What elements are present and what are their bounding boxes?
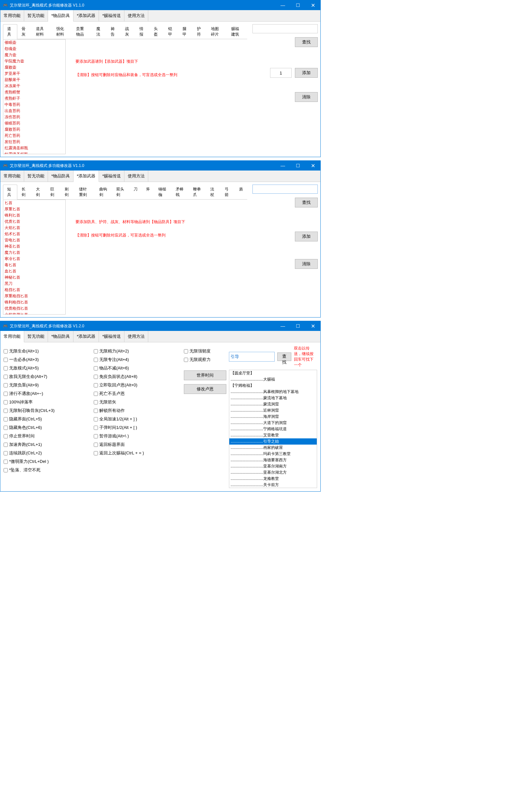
cheat-checkbox[interactable]: 无限专注(Alt+4): [94, 357, 181, 363]
cheat-checkbox[interactable]: 无限强韧度: [184, 348, 226, 354]
checkbox-input[interactable]: [4, 375, 8, 379]
list-item[interactable]: 火焰格挡匕首: [3, 312, 65, 315]
add-button[interactable]: 添加: [295, 68, 318, 78]
checkbox-input[interactable]: [184, 349, 188, 354]
checkbox-input[interactable]: [94, 417, 98, 421]
titlebar[interactable]: 🎮 艾尔登法环_离线模式 多功能修改器 V1.1.0 — ☐ ✕: [0, 161, 320, 171]
location-item[interactable]: ..............................关卡前方: [229, 482, 317, 488]
tab-2[interactable]: *物品防具: [48, 331, 74, 342]
list-item[interactable]: 魔力壶: [3, 52, 65, 58]
cheat-checkbox[interactable]: *坠落、滞空不死: [4, 467, 91, 473]
find-button[interactable]: 查找: [277, 353, 291, 361]
tab-2[interactable]: *物品防具: [48, 10, 74, 22]
tab-2[interactable]: *物品防具: [48, 171, 74, 182]
location-item[interactable]: ..............................宁姆格福坑道: [229, 426, 317, 432]
checkbox-input[interactable]: [94, 434, 98, 438]
location-item[interactable]: 【宁姆格福】: [229, 382, 317, 389]
list-item[interactable]: 优质格挡匕首: [3, 305, 65, 312]
tab-3[interactable]: *添加武器: [74, 10, 99, 21]
minimize-button[interactable]: —: [275, 0, 290, 10]
list-item[interactable]: 煮熟虾子: [3, 95, 65, 101]
tab-1[interactable]: 暂无功能: [24, 10, 48, 21]
location-item[interactable]: 【圆桌厅堂】: [229, 370, 317, 376]
checkbox-input[interactable]: [4, 443, 8, 447]
location-listbox[interactable]: 【圆桌厅堂】..............................大赐福【…: [229, 370, 317, 488]
list-item[interactable]: 学院魔力壶: [3, 58, 65, 64]
list-item[interactable]: 催眠壶: [3, 40, 65, 46]
list-item[interactable]: 腐败壶: [3, 64, 65, 71]
subtab-10[interactable]: 锤槌枷: [154, 185, 171, 199]
checkbox-input[interactable]: [94, 400, 98, 404]
list-item[interactable]: 锋利匕首: [3, 212, 65, 218]
tab-4[interactable]: *赐福传送: [99, 171, 125, 182]
cheat-checkbox[interactable]: 隐藏角色(CtrL+6): [4, 425, 91, 431]
subtab-9[interactable]: 斧: [142, 185, 154, 199]
checkbox-input[interactable]: [4, 358, 8, 362]
find-button[interactable]: 查找: [295, 37, 318, 47]
list-item[interactable]: 红露滴圣杯瓶: [3, 145, 65, 151]
quantity-input[interactable]: [270, 68, 292, 78]
tab-5[interactable]: 使用方法: [125, 171, 148, 182]
subtab-8[interactable]: 情报: [135, 24, 150, 39]
cheat-checkbox[interactable]: 全局加速1/2(Alt + ] ): [94, 416, 181, 422]
location-item[interactable]: ..............................近林洞窟: [229, 407, 317, 414]
clear-button[interactable]: 清除: [295, 92, 318, 102]
subtab-13[interactable]: 地图碎片: [207, 24, 227, 39]
maximize-button[interactable]: ☐: [290, 321, 305, 331]
subtab-7[interactable]: 战灰: [121, 24, 135, 39]
tab-5[interactable]: 使用方法: [125, 331, 148, 342]
checkbox-input[interactable]: [4, 434, 8, 438]
cheat-checkbox[interactable]: 无限观察力: [184, 357, 226, 363]
list-item[interactable]: 发狂苔药: [3, 139, 65, 145]
cheat-checkbox[interactable]: *微弱重力(CtrL+Del ): [4, 459, 91, 464]
checkbox-input[interactable]: [4, 409, 8, 413]
item-listbox[interactable]: 催眠壶怨魂壶魔力壶学院魔力壶腐败壶罗亚果干甜酿果干冰冻果干煮熟螃蟹煮熟虾子中毒苔…: [3, 39, 65, 154]
clear-button[interactable]: 清除: [295, 259, 318, 269]
subtab-11[interactable]: 矛棒戟: [171, 185, 189, 199]
cheat-checkbox[interactable]: 无限精力(Alt+2): [94, 348, 181, 354]
subtab-6[interactable]: 祷告: [107, 24, 121, 39]
maximize-button[interactable]: ☐: [290, 0, 305, 10]
list-item[interactable]: 罗亚果干: [3, 71, 65, 77]
list-item[interactable]: 血匕首: [3, 268, 65, 274]
tab-0[interactable]: 常用功能: [0, 10, 24, 21]
checkbox-input[interactable]: [4, 383, 8, 387]
checkbox-input[interactable]: [94, 451, 98, 455]
search-input[interactable]: [252, 24, 318, 33]
cheat-checkbox[interactable]: 解锁所有动作: [94, 408, 181, 414]
tab-1[interactable]: 暂无功能: [24, 331, 48, 342]
location-item[interactable]: ..............................风暴根脚的地下墓地: [229, 389, 317, 395]
checkbox-input[interactable]: [94, 409, 98, 413]
maximize-button[interactable]: ☐: [290, 161, 305, 171]
tab-0[interactable]: 常用功能: [0, 171, 24, 182]
list-item[interactable]: 魔力匕首: [3, 250, 65, 256]
location-item[interactable]: ..............................玛莉卡第三教堂: [229, 451, 317, 457]
cheat-checkbox[interactable]: 停止世界时间: [4, 433, 91, 439]
subtab-5[interactable]: 魔法: [92, 24, 107, 39]
subtab-11[interactable]: 腿甲: [178, 24, 193, 39]
cheat-checkbox[interactable]: 子弹时间1/2(Alt + [ ): [94, 425, 181, 431]
list-item[interactable]: 毒匕首: [3, 262, 65, 268]
location-item[interactable]: ..............................大道下的洞窟: [229, 420, 317, 426]
subtab-0[interactable]: 道具: [3, 24, 17, 39]
checkbox-input[interactable]: [94, 426, 98, 430]
list-item[interactable]: 寒冷匕首: [3, 256, 65, 262]
list-item[interactable]: 火焰匕首: [3, 225, 65, 231]
subtab-4[interactable]: 刺剑: [60, 185, 75, 199]
tab-4[interactable]: *赐福传送: [99, 331, 125, 342]
subtab-1[interactable]: 长剑: [17, 185, 32, 199]
location-item[interactable]: ..............................亚基尔湖北方: [229, 470, 317, 476]
list-item[interactable]: 厚重格挡匕首: [3, 293, 65, 299]
list-item[interactable]: 焰术匕首: [3, 231, 65, 237]
location-item[interactable]: ..............................蒙流洞窟: [229, 401, 317, 407]
checkbox-input[interactable]: [4, 349, 8, 354]
subtab-9[interactable]: 头盔: [150, 24, 164, 39]
list-item[interactable]: 神秘匕首: [3, 274, 65, 281]
list-item[interactable]: 中毒苔药: [3, 101, 65, 108]
location-item[interactable]: ..............................画家的破屋: [229, 444, 317, 451]
add-button[interactable]: 添加: [295, 232, 318, 242]
list-item[interactable]: 匕首: [3, 200, 65, 206]
location-item[interactable]: ..............................艾雷教堂: [229, 432, 317, 438]
titlebar[interactable]: 🎮 艾尔登法环_离线模式 多功能修改器 V1.1.0 — ☐ ✕: [0, 0, 320, 10]
checkbox-input[interactable]: [4, 392, 8, 396]
